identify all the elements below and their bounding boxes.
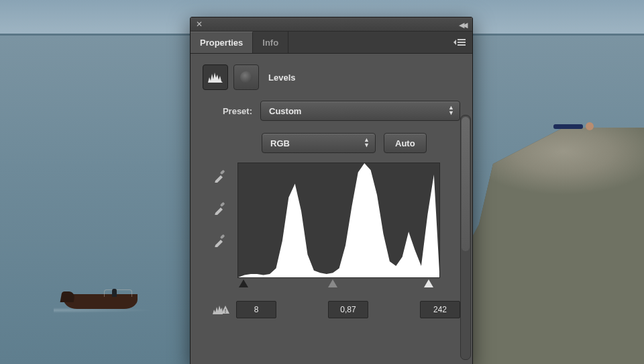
preset-value: Custom — [269, 106, 301, 116]
svg-rect-1 — [458, 42, 466, 43]
histogram — [237, 163, 440, 278]
boat — [64, 282, 138, 309]
eyedropper-tools — [212, 163, 229, 290]
preset-row: Preset: Custom ▲▼ — [203, 101, 460, 121]
panel-tabs: Properties Info — [191, 32, 472, 54]
updown-icon: ▲▼ — [448, 105, 454, 116]
gamma-input[interactable]: 0,87 — [328, 301, 368, 318]
person-on-rocks — [553, 122, 594, 130]
adjustment-icons: Levels — [203, 64, 460, 90]
gamma-slider[interactable] — [328, 279, 337, 287]
auto-button[interactable]: Auto — [384, 133, 427, 153]
preset-select[interactable]: Custom ▲▼ — [260, 101, 460, 121]
adjustment-title: Levels — [268, 73, 295, 83]
black-point-slider[interactable] — [239, 279, 248, 287]
level-inputs: ! 8 0,87 242 — [211, 301, 460, 318]
updown-icon: ▲▼ — [364, 137, 370, 148]
white-point-slider[interactable] — [424, 279, 433, 287]
gray-point-eyedropper-icon[interactable] — [212, 199, 229, 216]
collapse-icon[interactable]: ◀◀ — [459, 21, 466, 30]
preset-label: Preset: — [203, 106, 252, 116]
white-point-eyedropper-icon[interactable] — [212, 231, 229, 248]
tab-info[interactable]: Info — [253, 32, 288, 53]
svg-rect-2 — [458, 44, 466, 46]
tab-properties[interactable]: Properties — [191, 32, 253, 53]
channel-select[interactable]: RGB ▲▼ — [262, 133, 376, 153]
levels-adjustment-icon[interactable] — [203, 64, 228, 90]
clip-warning-icon[interactable]: ! — [211, 303, 231, 316]
input-sliders — [237, 278, 439, 290]
svg-text:!: ! — [225, 308, 227, 314]
panel-titlebar[interactable]: ✕ ◀◀ — [191, 17, 472, 32]
svg-rect-4 — [220, 201, 225, 207]
white-point-input[interactable]: 242 — [420, 301, 460, 318]
panel-menu-icon[interactable] — [453, 38, 466, 49]
channel-value: RGB — [270, 138, 290, 148]
layer-mask-icon[interactable] — [233, 64, 259, 90]
svg-rect-3 — [220, 169, 225, 175]
black-point-input[interactable]: 8 — [236, 301, 276, 318]
svg-rect-5 — [220, 234, 225, 239]
close-icon[interactable]: ✕ — [196, 19, 203, 29]
svg-rect-0 — [458, 39, 466, 40]
properties-panel: ✕ ◀◀ Properties Info Levels Preset: Cust… — [190, 17, 473, 364]
black-point-eyedropper-icon[interactable] — [212, 167, 229, 184]
panel-scrollbar[interactable] — [460, 115, 471, 360]
scrollbar-thumb[interactable] — [462, 117, 470, 251]
